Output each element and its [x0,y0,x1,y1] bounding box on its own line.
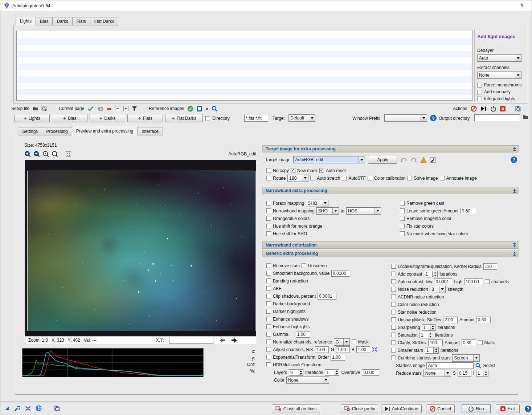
resize-grip-icon[interactable] [526,409,530,414]
channels-checkbox[interactable] [485,279,490,284]
no-copy-checkbox[interactable] [266,168,271,173]
layers-spinner[interactable]: 6 [289,369,303,376]
search-select-icon[interactable] [475,363,481,369]
zoom-out-icon[interactable] [33,151,40,158]
block-icon[interactable] [471,106,477,112]
collapse-up-icon[interactable] [513,189,516,193]
i-spinner[interactable]: 1 [476,370,488,377]
adjust-channels-r-k-field[interactable]: 1.00 [315,346,329,353]
add-flats-button[interactable]: +Flats [127,114,163,122]
close-x-icon[interactable]: × [205,106,208,111]
edit-image-icon[interactable] [430,157,435,163]
clip-shadows-percent-field[interactable]: 0.0001 [318,293,336,300]
auto-contrast-low-checkbox[interactable] [391,279,396,284]
add-flat-darks-button[interactable]: +Flat Darks [165,114,203,122]
target-select[interactable]: Default [288,114,315,122]
unsharpmask-stddev-field[interactable]: 2.00 [443,317,458,323]
exit-button[interactable]: Exit [496,404,520,413]
solve-image-checkbox[interactable] [407,176,412,180]
zoom-search-icon[interactable] [212,106,218,112]
run-button[interactable]: Run [462,404,491,413]
auto-reset-checkbox[interactable] [319,168,324,173]
tab-bias[interactable]: Bias [36,17,53,25]
collapse-up-icon[interactable] [513,147,516,151]
spin-down-icon[interactable] [428,335,433,338]
to-select[interactable]: HOS [346,207,381,215]
noise-reduction-checkbox[interactable] [391,287,396,292]
narrowband-mapping-checkbox[interactable] [266,208,271,213]
add-darks-button[interactable]: +Darks [90,114,125,122]
tab-flat-darks[interactable]: Flat Darks [90,17,119,25]
expand-corners-icon[interactable] [66,151,71,157]
tab-processing[interactable]: Processing [42,127,72,135]
amount-field[interactable]: 0.30 [462,339,476,346]
exponentialtransform-order-field[interactable]: 1.00 [331,354,345,361]
force-monochrome-checkbox[interactable] [477,83,482,88]
s-field[interactable]: 0.15 [458,370,471,377]
spinner-value[interactable]: 1 [420,332,428,338]
add-contrast-spinner[interactable]: 1 [424,271,438,277]
add-contrast-checkbox[interactable] [391,272,396,276]
restore-setup-icon[interactable] [41,106,47,111]
spin-up-icon[interactable] [298,370,303,373]
acdnr-noise-reduction-checkbox[interactable] [391,294,396,299]
spinner-value[interactable]: 6 [289,369,298,376]
collapse-box-icon[interactable] [115,106,120,111]
section-narrowband[interactable]: Narrowband extra processing [262,187,519,194]
tab-darks[interactable]: Darks [53,17,72,25]
blue-square-icon[interactable] [197,106,202,111]
spin-down-icon[interactable] [430,327,435,330]
folder-icon[interactable] [33,106,38,111]
compress-icon[interactable] [25,406,31,411]
cancel-button[interactable]: Cancel [426,404,455,413]
redo-icon[interactable] [410,157,417,163]
leave-some-green-amount-field[interactable]: 0.50 [460,208,476,214]
spinner-value[interactable]: 1 [425,347,434,354]
ok-circle-icon[interactable] [187,106,193,112]
image-canvas[interactable] [25,160,256,336]
unsharpmask-stddev-checkbox[interactable] [391,317,396,322]
foraxx-mapping-select[interactable]: SHO [306,200,328,207]
localhistogramequalization-kernel-radius-checkbox[interactable] [391,264,396,269]
banding-reduction-checkbox[interactable] [266,278,271,283]
clarity-stddev-checkbox[interactable] [391,340,396,345]
close-icon[interactable]: × [519,2,526,9]
filter-icon[interactable] [132,106,137,111]
globe-icon[interactable] [36,405,42,411]
clarity-stddev-field[interactable]: 100 [428,339,443,346]
leave-some-green-amount-checkbox[interactable] [400,208,405,213]
add-lights-button[interactable]: +Lights [14,114,50,122]
smoothen-background-value-field[interactable]: 0.0100 [331,270,350,277]
spin-up-icon[interactable] [428,332,433,335]
power-icon[interactable] [490,106,496,112]
high-field[interactable]: 100.00 [464,278,483,285]
play-end-icon[interactable] [480,106,487,111]
help-icon[interactable]: ? [430,115,437,121]
mask-checkbox[interactable] [352,339,356,344]
narrowband-mapping-select[interactable]: SHO [316,207,339,215]
saturation-spinner[interactable]: 1 [420,332,433,338]
overdrive-field[interactable]: 0.000 [362,369,379,376]
tab-flats[interactable]: Flats [73,17,90,25]
undo-icon[interactable] [400,157,407,163]
gamma-field[interactable]: 1.00 [296,331,310,338]
spinner-value[interactable]: 1 [476,370,483,377]
darker-background-checkbox[interactable] [266,301,271,306]
sharpening-spinner[interactable]: 1 [422,324,435,331]
spin-up-icon[interactable] [433,271,437,274]
hue-shift-for-more-orange-checkbox[interactable] [266,224,271,228]
spinner-value[interactable]: 1 [424,271,433,277]
target-image-select[interactable]: AutoRGB_edit [293,156,365,163]
next-arrow-icon[interactable] [231,338,237,343]
reduce-stars-select[interactable]: None [423,370,451,377]
gamma-checkbox[interactable] [266,332,271,337]
close-prefix-button[interactable]: Close prefix [341,404,378,413]
spin-up-icon[interactable] [483,370,488,373]
xy-input[interactable] [169,337,213,344]
remove-green-cast-checkbox[interactable] [400,201,405,206]
color-calibration-checkbox[interactable] [368,176,372,180]
adjust-channels-r-k-checkbox[interactable] [266,347,271,352]
apply-button[interactable]: Apply [368,156,397,164]
auto-contrast-low-field[interactable]: 0.0001 [434,278,452,285]
spin-up-icon[interactable] [430,325,435,327]
